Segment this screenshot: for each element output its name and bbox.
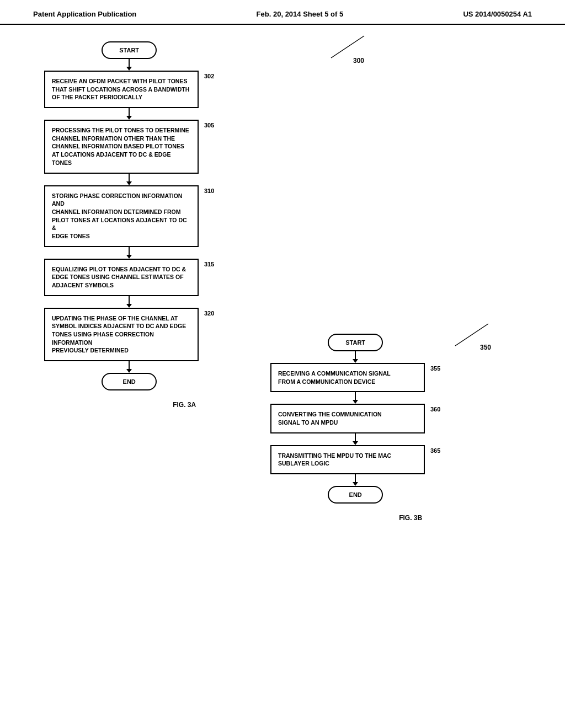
step-365-label: 365	[430, 447, 440, 454]
step-365-row: TRANSMITTING THE MPDU TO THE MACSUBLAYER…	[270, 445, 440, 474]
end-terminal-b: END	[328, 486, 383, 504]
step-355-box: RECEIVING A COMMUNICATION SIGNALFROM A C…	[270, 363, 425, 392]
ref-350: 350	[480, 342, 491, 352]
header-date-sheet: Feb. 20, 2014 Sheet 5 of 5	[257, 10, 344, 18]
step-305-box: PROCESSING THE PILOT TONES TO DETERMINEC…	[44, 120, 199, 173]
step-360-box: CONVERTING THE COMMUNICATIONSIGNAL TO AN…	[270, 404, 425, 433]
arrow-5a	[126, 296, 132, 308]
ref-350-line	[450, 321, 494, 349]
step-310-label: 310	[204, 188, 214, 194]
step-320-row: UPDATING THE PHASE OF THE CHANNEL ATSYMB…	[44, 308, 214, 361]
svg-line-0	[331, 36, 364, 58]
patent-page: Patent Application Publication Feb. 20, …	[0, 0, 565, 728]
step-355-label: 355	[430, 365, 440, 372]
step-365-box: TRANSMITTING THE MPDU TO THE MACSUBLAYER…	[270, 445, 425, 474]
diagram-3a: START RECEIVE AN OFDM PACKET WITH PILOT …	[44, 41, 214, 409]
step-310-row: STORING PHASE CORRECTION INFORMATION AND…	[44, 185, 214, 247]
svg-line-1	[455, 324, 488, 346]
step-360-label: 360	[430, 406, 440, 413]
start-terminal-a: START	[102, 41, 157, 59]
ref-300: 300	[353, 55, 364, 65]
header-patent-number: US 2014/0050254 A1	[463, 10, 532, 18]
arrow-4a	[126, 247, 132, 259]
step-302-row: RECEIVE AN OFDM PACKET WITH PILOT TONEST…	[44, 71, 214, 108]
fig-3b-label: FIG. 3B	[399, 512, 422, 522]
step-305-label: 305	[204, 122, 214, 129]
step-355-row: RECEIVING A COMMUNICATION SIGNALFROM A C…	[270, 363, 440, 392]
arrow-2a	[126, 108, 132, 120]
fig-3a-label: FIG. 3A	[173, 399, 196, 409]
arrow-2b	[353, 392, 358, 404]
arrow-4b	[353, 474, 358, 486]
step-302-box: RECEIVE AN OFDM PACKET WITH PILOT TONEST…	[44, 71, 199, 108]
header-publication-type: Patent Application Publication	[33, 10, 136, 18]
arrow-3a	[126, 174, 132, 185]
step-302-label: 302	[204, 73, 214, 79]
diagram-3b: START RECEIVING A COMMUNICATION SIGNALFR…	[270, 334, 440, 522]
ref-300-line	[326, 33, 370, 61]
step-360-row: CONVERTING THE COMMUNICATIONSIGNAL TO AN…	[270, 404, 440, 433]
step-305-row: PROCESSING THE PILOT TONES TO DETERMINEC…	[44, 120, 214, 173]
start-terminal-b: START	[328, 334, 383, 351]
step-320-box: UPDATING THE PHASE OF THE CHANNEL ATSYMB…	[44, 308, 199, 361]
step-315-box: EQUALIZING PILOT TONES ADJACENT TO DC &E…	[44, 259, 199, 296]
arrow-1a	[126, 59, 132, 71]
step-320-label: 320	[204, 310, 214, 317]
step-315-label: 315	[204, 261, 214, 267]
arrow-6a	[126, 361, 132, 373]
arrow-3b	[353, 433, 358, 445]
page-header: Patent Application Publication Feb. 20, …	[0, 0, 565, 25]
arrow-1b	[353, 351, 358, 363]
step-310-box: STORING PHASE CORRECTION INFORMATION AND…	[44, 185, 199, 247]
step-315-row: EQUALIZING PILOT TONES ADJACENT TO DC &E…	[44, 259, 214, 296]
end-terminal-a: END	[102, 373, 157, 390]
